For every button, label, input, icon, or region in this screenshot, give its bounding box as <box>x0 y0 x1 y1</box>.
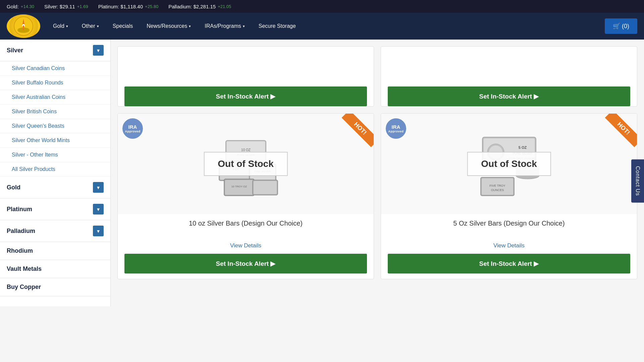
sidebar-platinum-title: Platinum <box>7 206 32 213</box>
palladium-change: +21.05 <box>218 4 231 9</box>
sidebar-link-canadian[interactable]: Silver Canadian Coins <box>0 61 110 76</box>
nav-bar: Gold ▾ Other ▾ Specials News/Resources ▾… <box>0 13 644 40</box>
product-image-area-5oz: IRA Approved 5 OZ PURE SILVER FIVE TROY … <box>381 114 637 214</box>
product-image-area-10oz: IRA Approved 10 OZ PURE SILVER 1 OZ FINE… <box>118 114 374 214</box>
sidebar: Silver ▾ Silver Canadian Coins Silver Bu… <box>0 40 111 306</box>
platinum-change: +25.80 <box>145 4 158 9</box>
product-card-top-right: Set In-Stock Alert ▶ <box>381 46 637 107</box>
sidebar-palladium-toggle[interactable]: ▾ <box>93 226 104 236</box>
sidebar-silver-title: Silver <box>7 47 23 54</box>
ticker-bar: Gold: +14.30 Silver: $29.11 +1.69 Platin… <box>0 0 644 13</box>
ira-text-10oz: IRA <box>128 124 137 130</box>
svg-rect-19 <box>254 181 277 194</box>
nav-iras-label: IRAs/Programs <box>205 23 241 29</box>
sidebar-link-buffalo[interactable]: Silver Buffalo Rounds <box>0 76 110 90</box>
platinum-ticker: Platinum: $1,118.40 +25.80 <box>98 4 159 9</box>
product-name-10oz: 10 oz Silver Bars (Design Our Choice) <box>124 220 367 237</box>
view-details-link-5oz[interactable]: View Details <box>388 242 630 249</box>
hot-ribbon-5oz <box>593 114 637 157</box>
sidebar-platinum-header[interactable]: Platinum ▾ <box>0 198 110 220</box>
svg-text:10 OZ: 10 OZ <box>241 148 251 152</box>
nav-gold-label: Gold <box>53 23 64 29</box>
silver-label: Silver: $29.11 <box>44 4 75 9</box>
ira-badge-5oz: IRA Approved <box>385 118 407 139</box>
nav-item-gold[interactable]: Gold ▾ <box>47 20 74 33</box>
product-card-top-left: Set In-Stock Alert ▶ <box>117 46 374 107</box>
set-alert-button-5oz[interactable]: Set In-Stock Alert ▶ <box>388 254 630 274</box>
sidebar-link-queens-beasts[interactable]: Silver Queen's Beasts <box>0 119 110 133</box>
sidebar-vault-title: Vault Metals <box>7 265 42 273</box>
nav-specials-label: Specials <box>113 23 133 29</box>
nav-item-iras[interactable]: IRAs/Programs ▾ <box>199 20 251 33</box>
ira-approved-text-5oz: Approved <box>388 130 404 133</box>
sidebar-link-british[interactable]: Silver British Coins <box>0 105 110 119</box>
nav-item-storage[interactable]: Secure Storage <box>253 20 302 33</box>
card-body-5oz: 5 Oz Silver Bars (Design Our Choice) Vie… <box>381 214 637 279</box>
sidebar-rhodium-title: Rhodium <box>7 247 33 254</box>
silver-ticker: Silver: $29.11 +1.69 <box>44 4 88 9</box>
silver-change: +1.69 <box>77 4 88 9</box>
sidebar-vault-header[interactable]: Vault Metals <box>0 260 110 278</box>
cart-button[interactable]: 🛒 (0) <box>605 18 637 34</box>
nav-news-chevron: ▾ <box>189 24 191 28</box>
svg-text:OUNCES: OUNCES <box>491 188 504 192</box>
sidebar-gold-toggle[interactable]: ▾ <box>93 182 104 193</box>
platinum-label: Platinum: $1,118.40 <box>98 4 143 9</box>
view-details-link-10oz[interactable]: View Details <box>124 242 367 249</box>
svg-text:FIVE TROY: FIVE TROY <box>489 184 505 187</box>
nav-iras-chevron: ▾ <box>243 24 245 28</box>
sidebar-silver-links: Silver Canadian Coins Silver Buffalo Rou… <box>0 61 110 177</box>
nav-storage-label: Secure Storage <box>259 23 296 29</box>
ira-approved-text-10oz: Approved <box>125 130 140 133</box>
nav-gold-chevron: ▾ <box>66 24 68 28</box>
product-grid: Set In-Stock Alert ▶ Set In-Stock Alert … <box>111 40 644 306</box>
set-alert-button-top-right[interactable]: Set In-Stock Alert ▶ <box>388 86 630 106</box>
nav-other-chevron: ▾ <box>97 24 99 28</box>
palladium-ticker: Palladium: $2,281.15 +21.05 <box>168 4 231 9</box>
sidebar-palladium-title: Palladium <box>7 228 35 235</box>
card-body-10oz: 10 oz Silver Bars (Design Our Choice) Vi… <box>118 214 374 279</box>
palladium-label: Palladium: $2,281.15 <box>168 4 216 9</box>
sidebar-copper-title: Buy Copper <box>7 284 41 291</box>
product-card-10oz: IRA Approved 10 OZ PURE SILVER 1 OZ FINE… <box>117 113 374 279</box>
svg-text:10 TROY OZ: 10 TROY OZ <box>231 185 247 188</box>
gold-label: Gold: <box>7 4 19 9</box>
gold-ticker: Gold: +14.30 <box>7 4 34 9</box>
sidebar-link-australian[interactable]: Silver Australian Coins <box>0 90 110 105</box>
main-layout: Silver ▾ Silver Canadian Coins Silver Bu… <box>0 40 644 306</box>
sidebar-silver-header[interactable]: Silver ▾ <box>0 40 110 61</box>
set-alert-button-top-left[interactable]: Set In-Stock Alert ▶ <box>124 86 367 106</box>
nav-item-other[interactable]: Other ▾ <box>76 20 105 33</box>
sidebar-gold-title: Gold <box>7 184 20 191</box>
logo-inner <box>9 14 38 38</box>
hot-ribbon-10oz <box>330 114 374 157</box>
gold-change: +14.30 <box>21 4 34 9</box>
ira-text-5oz: IRA <box>392 124 400 130</box>
sidebar-gold-header[interactable]: Gold ▾ <box>0 177 110 198</box>
nav-other-label: Other <box>82 23 95 29</box>
nav-items: Gold ▾ Other ▾ Specials News/Resources ▾… <box>47 20 605 33</box>
out-of-stock-overlay-5oz: Out of Stock <box>467 152 551 176</box>
sidebar-rhodium-header[interactable]: Rhodium <box>0 242 110 260</box>
ira-badge-10oz: IRA Approved <box>122 118 144 139</box>
product-card-5oz: IRA Approved 5 OZ PURE SILVER FIVE TROY … <box>381 113 637 279</box>
out-of-stock-overlay-10oz: Out of Stock <box>204 152 287 176</box>
nav-item-specials[interactable]: Specials <box>107 20 139 33</box>
nav-news-label: News/Resources <box>147 23 187 29</box>
product-name-5oz: 5 Oz Silver Bars (Design Our Choice) <box>388 220 630 237</box>
nav-item-news[interactable]: News/Resources ▾ <box>141 20 197 33</box>
sidebar-platinum-toggle[interactable]: ▾ <box>93 204 104 215</box>
sidebar-link-other-world[interactable]: Silver Other World Mints <box>0 133 110 148</box>
set-alert-button-10oz[interactable]: Set In-Stock Alert ▶ <box>124 254 367 274</box>
svg-rect-4 <box>23 25 24 30</box>
sidebar-copper-header[interactable]: Buy Copper <box>0 278 110 296</box>
svg-text:5 OZ: 5 OZ <box>518 145 527 149</box>
sidebar-link-other-items[interactable]: Silver - Other Items <box>0 148 110 162</box>
sidebar-palladium-header[interactable]: Palladium ▾ <box>0 220 110 242</box>
sidebar-silver-toggle[interactable]: ▾ <box>93 45 104 56</box>
contact-tab[interactable]: Contact Us <box>631 159 644 202</box>
sidebar-link-all-silver[interactable]: All Silver Products <box>0 162 110 177</box>
logo[interactable] <box>7 14 40 38</box>
